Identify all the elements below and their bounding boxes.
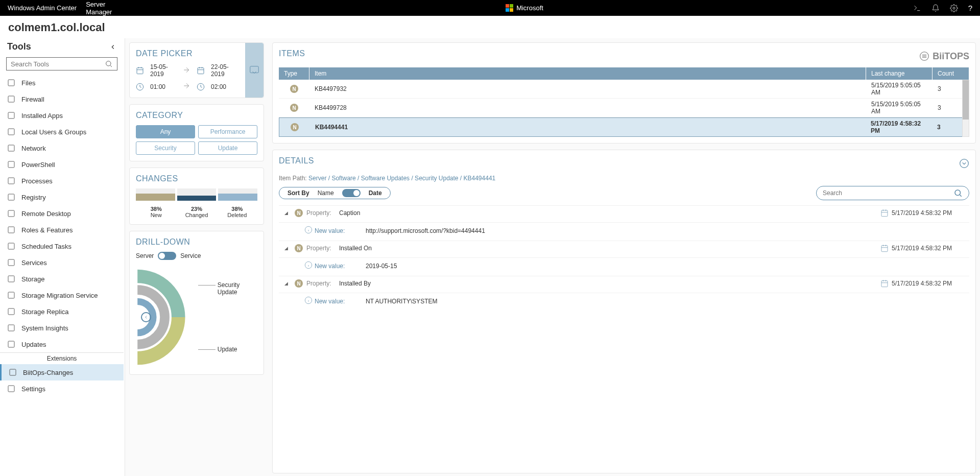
sidebar-item[interactable]: Registry: [0, 189, 124, 205]
items-row[interactable]: NKB44944415/17/2019 4:58:32 PM3: [279, 117, 969, 137]
tool-icon: [7, 307, 15, 316]
new-badge-icon: N: [290, 104, 298, 112]
expand-toggle[interactable]: ◢: [281, 246, 291, 251]
sidebar-item[interactable]: Files: [0, 75, 124, 91]
sidebar-item-label: System Insights: [21, 324, 68, 332]
sidebar-item-label: Firewall: [21, 96, 44, 103]
chevron-left-icon: [144, 315, 149, 320]
tool-icon: [7, 95, 15, 103]
items-scrollbar[interactable]: [962, 80, 969, 137]
time-to[interactable]: 02:00: [211, 83, 238, 90]
date-from[interactable]: 15-05-2019: [150, 63, 177, 78]
app-name[interactable]: Windows Admin Center: [8, 4, 77, 12]
sidebar-item[interactable]: Settings: [0, 380, 124, 397]
items-th-type[interactable]: Type: [279, 67, 309, 80]
sortby-date-option[interactable]: Date: [369, 189, 382, 197]
svg-rect-28: [198, 68, 204, 74]
server-manager-dropdown[interactable]: Server Manager: [86, 0, 135, 18]
sidebar-item-label: Registry: [21, 194, 46, 201]
item-path-breadcrumb[interactable]: Server / Software / Software Updates / S…: [308, 175, 495, 182]
items-row-name: KB4497932: [309, 83, 866, 94]
drilldown-server-label: Server: [136, 252, 154, 259]
sidebar-item[interactable]: Network: [0, 140, 124, 156]
sortby-toggle[interactable]: [342, 189, 361, 197]
category-button[interactable]: Any: [136, 125, 195, 138]
sidebar-item[interactable]: Storage Migration Service: [0, 287, 124, 303]
sidebar-item[interactable]: Local Users & Groups: [0, 124, 124, 140]
info-icon: [304, 261, 313, 269]
change-bar-deleted: [218, 188, 257, 201]
sortby-name-option[interactable]: Name: [318, 189, 334, 197]
svg-line-42: [960, 195, 961, 196]
expand-toggle[interactable]: ◢: [281, 281, 291, 286]
category-button[interactable]: Security: [136, 141, 195, 155]
sidebar-item[interactable]: Updates: [0, 336, 124, 352]
expand-toggle[interactable]: ◢: [281, 210, 291, 216]
terminal-icon[interactable]: [913, 4, 921, 12]
sidebar-item[interactable]: Firewall: [0, 91, 124, 107]
drilldown-back-button[interactable]: [141, 312, 151, 322]
date-picker-apply-button[interactable]: [245, 43, 264, 98]
drilldown-card: DRILL-DOWN Server Service: [129, 231, 264, 375]
sidebar-item-label: Storage Migration Service: [21, 292, 98, 299]
biitops-logo: BiiTOPS: [919, 51, 969, 62]
gear-icon[interactable]: [950, 4, 958, 12]
tools-title: Tools: [7, 41, 31, 52]
items-th-last[interactable]: Last change: [866, 67, 933, 80]
new-value-label: New value:: [315, 263, 366, 270]
sidebar-item[interactable]: Services: [0, 254, 124, 271]
calendar-icon: [136, 66, 144, 75]
sidebar-item[interactable]: Remote Desktop: [0, 205, 124, 222]
time-from[interactable]: 01:00: [150, 83, 177, 90]
category-button[interactable]: Performance: [198, 125, 257, 138]
sidebar-item[interactable]: Scheduled Tasks: [0, 238, 124, 254]
sidebar-item-label: Network: [21, 145, 46, 152]
new-badge-icon: N: [295, 279, 303, 288]
collapse-details-icon[interactable]: [959, 158, 969, 169]
drilldown-toggle[interactable]: [158, 252, 176, 260]
detail-row[interactable]: ◢NProperty:Installed By5/17/2019 4:58:32…: [279, 276, 969, 291]
search-icon: [953, 188, 963, 198]
sidebar-item[interactable]: BiitOps-Changes: [0, 364, 124, 380]
help-icon[interactable]: ?: [968, 4, 972, 12]
sidebar-item[interactable]: Installed Apps: [0, 107, 124, 124]
donut-label-security-update[interactable]: Security Update: [207, 281, 257, 296]
svg-rect-15: [8, 259, 14, 266]
detail-row[interactable]: ◢NProperty:Installed On5/17/2019 4:58:32…: [279, 241, 969, 255]
sidebar-item[interactable]: Processes: [0, 173, 124, 189]
change-stat: 23%Changed: [176, 206, 217, 218]
donut-label-update[interactable]: Update: [207, 346, 257, 353]
items-row[interactable]: NKB44997285/15/2019 5:05:05 AM3: [279, 99, 969, 117]
sidebar-item-label: PowerShell: [21, 161, 55, 169]
sidebar-item[interactable]: PowerShell: [0, 156, 124, 173]
items-row[interactable]: NKB44979325/15/2019 5:05:05 AM3: [279, 80, 969, 99]
new-badge-icon: N: [295, 244, 303, 252]
sidebar-item-label: Remote Desktop: [21, 210, 71, 218]
details-search-input[interactable]: [816, 186, 969, 200]
bell-icon[interactable]: [931, 4, 940, 12]
svg-rect-11: [8, 194, 14, 200]
category-button[interactable]: Update: [198, 141, 257, 155]
detail-row[interactable]: ◢NProperty:Caption5/17/2019 4:58:32 PM: [279, 205, 969, 220]
items-card: ITEMS BiiTOPS Type Item Last change Coun…: [272, 42, 976, 144]
svg-rect-6: [8, 112, 14, 118]
tool-icon: [7, 385, 15, 393]
menu-circle-icon[interactable]: [919, 51, 929, 61]
date-picker-card: DATE PICKER 15-05-2019 22-05-2019 01:00 …: [129, 42, 264, 98]
sidebar-item[interactable]: System Insights: [0, 320, 124, 336]
items-th-count[interactable]: Count: [933, 67, 969, 80]
calendar-icon: [197, 66, 205, 75]
category-title: CATEGORY: [136, 111, 257, 120]
drilldown-service-label: Service: [180, 252, 201, 259]
items-th-item[interactable]: Item: [309, 67, 866, 80]
tool-icon: [7, 209, 15, 218]
drilldown-title: DRILL-DOWN: [136, 237, 257, 247]
sidebar-item[interactable]: Storage: [0, 271, 124, 287]
sidebar-item-label: Files: [21, 79, 35, 87]
collapse-sidebar-icon[interactable]: [109, 43, 116, 51]
sidebar-item-label: Roles & Features: [21, 226, 73, 234]
sidebar-item[interactable]: Storage Replica: [0, 303, 124, 320]
date-to[interactable]: 22-05-2019: [211, 63, 238, 78]
sidebar-item[interactable]: Roles & Features: [0, 222, 124, 238]
search-tools-input[interactable]: [6, 57, 117, 70]
